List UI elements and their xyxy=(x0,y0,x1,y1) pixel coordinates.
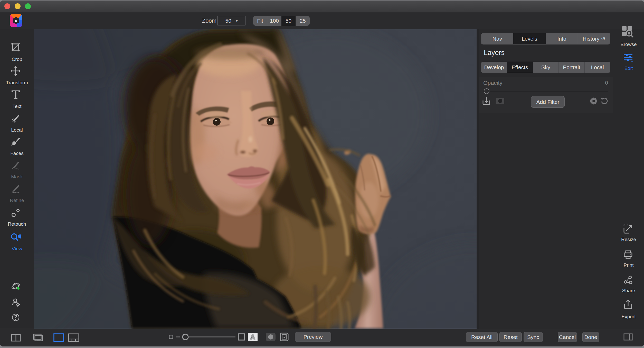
svg-text:A: A xyxy=(250,333,255,341)
